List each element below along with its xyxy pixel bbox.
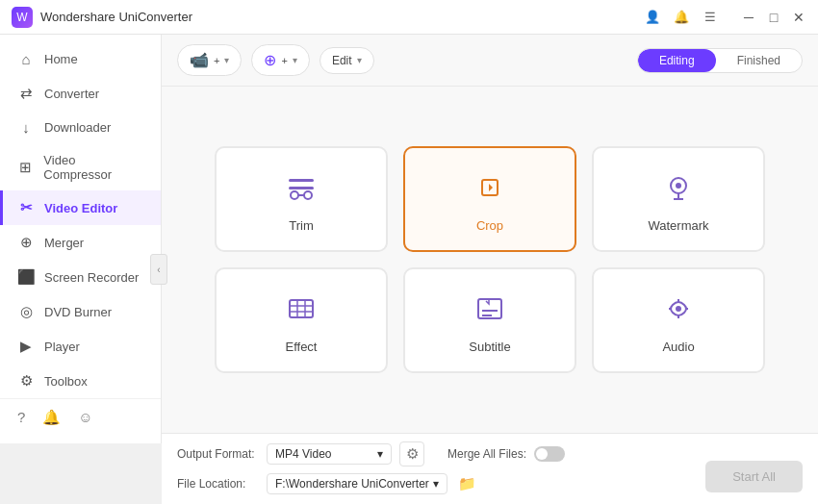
output-format-select[interactable]: MP4 Video ▾ [267,443,392,465]
crop-label: Crop [476,218,503,233]
effect-label: Effect [285,340,317,354]
sidebar-footer: ? 🔔 ☺ [0,398,161,436]
subtitle-label: Subtitle [469,340,510,354]
add-video-button[interactable]: 📹 + ▾ [177,44,242,76]
card-subtitle[interactable]: Subtitle [403,267,576,373]
sidebar-item-screen-recorder[interactable]: ⬛ Screen Recorder [0,260,161,294]
sidebar-item-home[interactable]: ⌂ Home [0,42,161,76]
help-button[interactable]: ? [17,409,25,426]
crop-icon [469,166,511,209]
file-location-label: File Location: [177,477,259,491]
edit-chevron: ▾ [357,55,362,65]
effect-icon [280,288,322,330]
sidebar-collapse-button[interactable]: ‹ [150,254,167,285]
grid-area: Trim Crop [162,87,818,433]
bottom-bar: Output Format: MP4 Video ▾ ⚙ Merge All F… [162,433,818,504]
card-trim[interactable]: Trim [215,146,388,252]
sidebar-item-video-editor[interactable]: ✂ Video Editor [0,190,161,225]
edit-dropdown[interactable]: Edit ▾ [320,47,374,74]
audio-icon [657,288,700,330]
svg-marker-6 [489,184,493,191]
recorder-label: + [281,55,287,66]
sidebar-item-toolbox[interactable]: ⚙ Toolbox [0,364,161,398]
output-format-value: MP4 Video [275,447,331,461]
output-format-label: Output Format: [177,447,259,461]
sidebar-label-video-compressor: Video Compressor [43,153,143,182]
toolbox-icon: ⚙ [17,372,35,390]
tab-group: Editing Finished [637,48,803,73]
card-effect[interactable]: Effect [215,267,388,373]
menu-icon[interactable]: ☰ [703,10,718,25]
sidebar-label-player: Player [44,340,80,354]
card-watermark[interactable]: Watermark [592,146,765,252]
title-bar-left: W Wondershare UniConverter [12,7,192,28]
file-location-select[interactable]: F:\Wondershare UniConverter ▾ [267,473,447,494]
app-title: Wondershare UniConverter [40,10,192,24]
svg-point-19 [676,306,681,312]
video-compressor-icon: ⊞ [17,159,34,176]
close-button[interactable]: ✕ [791,10,806,25]
sidebar-wrapper: ⌂ Home ⇄ Converter ↓ Downloader ⊞ Video … [0,35,162,504]
sidebar-item-video-compressor[interactable]: ⊞ Video Compressor [0,144,161,190]
start-all-button[interactable]: Start All [705,461,803,492]
edit-label: Edit [332,54,352,67]
watermark-icon [657,166,700,209]
location-chevron: ▾ [433,477,439,491]
sidebar-label-downloader: Downloader [44,120,111,135]
merger-icon: ⊕ [17,234,35,251]
dvd-burner-icon: ◎ [17,303,35,320]
card-crop[interactable]: Crop [403,146,576,252]
converter-icon: ⇄ [17,85,35,102]
sidebar-label-screen-recorder: Screen Recorder [44,270,139,285]
sidebar-item-dvd-burner[interactable]: ◎ DVD Burner [0,294,161,329]
bell-footer-icon[interactable]: 🔔 [42,409,61,426]
content-area: 📹 + ▾ ⊕ + ▾ Edit ▾ Editing Finished [162,35,818,504]
subtitle-icon [469,288,511,330]
title-bar-right: 👤 🔔 ☰ ─ □ ✕ [645,10,806,25]
format-settings-button[interactable]: ⚙ [399,441,424,466]
sidebar-item-converter[interactable]: ⇄ Converter [0,76,161,111]
add-video-chevron: ▾ [224,55,229,65]
notification-icon[interactable]: 🔔 [674,10,689,25]
add-recorder-button[interactable]: ⊕ + ▾ [251,44,309,76]
browse-folder-button[interactable]: 📁 [455,471,480,496]
tab-finished[interactable]: Finished [716,49,802,72]
toolbar: 📹 + ▾ ⊕ + ▾ Edit ▾ Editing Finished [162,35,818,87]
app-icon: W [12,7,33,28]
merge-files-label: Merge All Files: [447,447,526,461]
svg-point-8 [676,183,681,189]
sidebar-label-home: Home [44,52,78,66]
maximize-button[interactable]: □ [766,10,781,25]
recorder-chevron: ▾ [293,55,297,65]
card-grid: Trim Crop [215,146,765,373]
trim-icon [280,166,322,209]
trim-label: Trim [289,218,314,233]
tab-editing[interactable]: Editing [638,49,716,72]
sidebar-item-downloader[interactable]: ↓ Downloader [0,111,161,144]
card-audio[interactable]: Audio [592,267,765,373]
svg-rect-11 [290,300,313,317]
svg-point-3 [304,191,312,199]
video-editor-icon: ✂ [17,199,35,216]
sidebar-label-merger: Merger [44,236,84,250]
player-icon: ▶ [17,338,35,355]
sidebar-label-toolbox: Toolbox [44,374,88,389]
sidebar-label-converter: Converter [44,87,99,101]
title-bar: W Wondershare UniConverter 👤 🔔 ☰ ─ □ ✕ [0,0,818,35]
feedback-icon[interactable]: ☺ [78,409,92,426]
screen-recorder-icon: ⬛ [17,268,35,286]
minimize-button[interactable]: ─ [741,10,756,25]
merge-toggle[interactable] [534,446,565,462]
add-video-label: + [214,55,219,66]
svg-point-2 [291,191,298,199]
user-icon[interactable]: 👤 [645,10,660,25]
format-select-chevron: ▾ [377,447,383,461]
recorder-icon: ⊕ [264,51,276,69]
sidebar: ⌂ Home ⇄ Converter ↓ Downloader ⊞ Video … [0,35,162,443]
sidebar-item-merger[interactable]: ⊕ Merger [0,225,161,260]
sidebar-label-video-editor: Video Editor [44,201,117,215]
svg-rect-1 [289,187,314,189]
sidebar-label-dvd-burner: DVD Burner [44,305,112,319]
svg-rect-0 [289,179,314,182]
sidebar-item-player[interactable]: ▶ Player [0,329,161,364]
